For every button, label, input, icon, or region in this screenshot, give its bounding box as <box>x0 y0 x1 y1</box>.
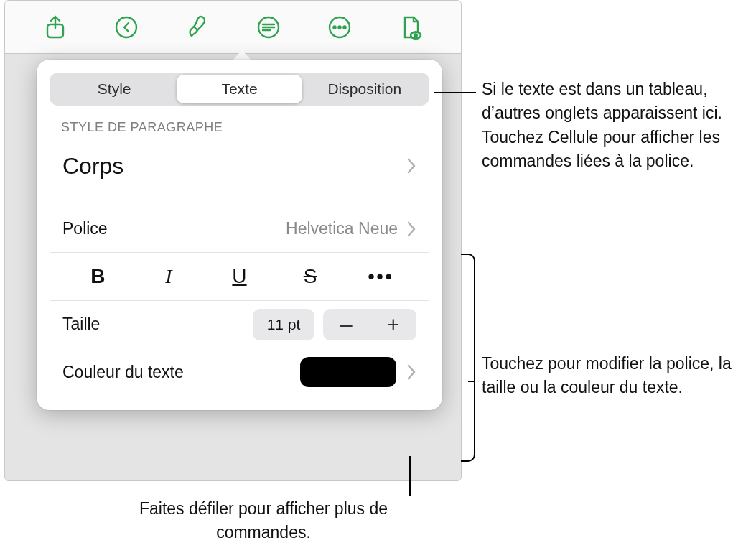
callout-leader-modify <box>468 381 475 382</box>
svg-point-1 <box>116 17 136 37</box>
format-button[interactable] <box>182 11 213 43</box>
bold-button[interactable]: B <box>62 253 134 300</box>
document-eye-icon <box>398 14 424 40</box>
text-color-label: Couleur du texte <box>62 363 184 382</box>
size-decrease-button[interactable]: – <box>323 309 370 340</box>
biu-row: B I U S ••• <box>50 253 429 301</box>
callout-tabs: Si le texte est dans un tableau, d’autre… <box>482 78 747 173</box>
text-options-card: Police Helvetica Neue B I U S ••• Taille… <box>50 205 429 396</box>
chevron-right-icon <box>406 221 416 237</box>
callout-leader-scroll <box>409 456 411 496</box>
size-stepper: – + <box>323 309 416 340</box>
paragraph-style-card: Corps <box>50 142 429 190</box>
italic-button[interactable]: I <box>134 253 205 300</box>
text-color-swatch[interactable] <box>300 357 396 387</box>
size-label: Taille <box>62 315 100 334</box>
paintbrush-icon <box>185 14 210 40</box>
text-color-row[interactable]: Couleur du texte <box>50 348 429 396</box>
app-window: Style Texte Disposition STYLE DE PARAGRA… <box>4 0 462 481</box>
view-options-button[interactable] <box>395 11 426 43</box>
paragraph-style-section: STYLE DE PARAGRAPHE Corps <box>37 106 442 190</box>
font-label: Police <box>62 219 108 238</box>
format-popover: Style Texte Disposition STYLE DE PARAGRA… <box>37 60 442 410</box>
font-value: Helvetica Neue <box>286 219 398 238</box>
section-header-paragraphe: STYLE DE PARAGRAPHE <box>37 120 442 142</box>
chevron-right-icon <box>406 364 416 380</box>
underline-button[interactable]: U <box>204 253 275 300</box>
more-styles-button[interactable]: ••• <box>345 253 416 300</box>
more-icon <box>327 14 353 40</box>
size-increase-button[interactable]: + <box>370 309 417 340</box>
undo-icon <box>113 14 139 40</box>
undo-button[interactable] <box>111 11 142 43</box>
segmented-control: Style Texte Disposition <box>50 73 429 106</box>
chevron-right-icon <box>406 158 416 174</box>
callout-scroll: Faites défiler pour afficher plus de com… <box>136 497 391 545</box>
size-row: Taille 11 pt – + <box>50 301 429 348</box>
size-value-box[interactable]: 11 pt <box>253 309 314 340</box>
svg-point-9 <box>415 34 418 37</box>
tab-style[interactable]: Style <box>52 75 177 103</box>
strikethrough-button[interactable]: S <box>275 253 346 300</box>
insert-button[interactable] <box>253 11 284 43</box>
share-button[interactable] <box>39 11 71 43</box>
callout-bracket-modify <box>461 254 475 462</box>
tab-disposition[interactable]: Disposition <box>302 75 427 103</box>
insert-icon <box>256 14 281 40</box>
svg-point-6 <box>344 26 346 28</box>
font-row[interactable]: Police Helvetica Neue <box>50 205 429 253</box>
paragraph-style-row[interactable]: Corps <box>50 142 429 190</box>
svg-point-5 <box>339 26 341 28</box>
more-button[interactable] <box>324 11 355 43</box>
svg-point-4 <box>334 26 336 28</box>
paragraph-style-name: Corps <box>62 153 123 180</box>
callout-modify: Touchez pour modifier la police, la tail… <box>482 352 747 400</box>
callout-leader-tabs <box>434 92 476 93</box>
toolbar <box>5 1 461 54</box>
tab-texte[interactable]: Texte <box>177 75 302 103</box>
share-icon <box>42 14 68 40</box>
